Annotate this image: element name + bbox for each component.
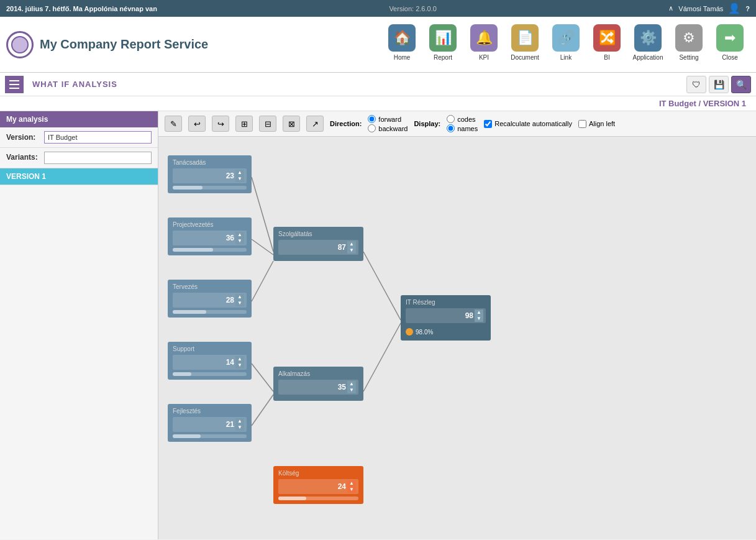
node-fejlesztés-slider[interactable] bbox=[173, 434, 247, 438]
node-költség-down[interactable]: ▼ bbox=[347, 487, 356, 493]
tool-export-btn[interactable]: ↗ bbox=[306, 116, 324, 132]
node-it-részleg: IT Részleg 98 ▲ ▼ 98.0% bbox=[401, 295, 491, 341]
node-költség-spinner[interactable]: ▲ ▼ bbox=[347, 480, 356, 493]
node-alkalmazás-down[interactable]: ▼ bbox=[347, 387, 356, 393]
display-names-radio[interactable] bbox=[447, 124, 455, 132]
node-projectvezetés-slider[interactable] bbox=[173, 248, 247, 252]
node-projectvezetés-up[interactable]: ▲ bbox=[235, 232, 244, 238]
node-tanácsadás-up[interactable]: ▲ bbox=[235, 170, 244, 176]
node-szolgáltatás-up[interactable]: ▲ bbox=[347, 241, 356, 247]
tool-grid2-btn[interactable]: ⊟ bbox=[259, 116, 276, 132]
nav-close[interactable]: ➡ Close bbox=[710, 22, 750, 63]
logo-inner bbox=[11, 36, 29, 53]
node-költség-up[interactable]: ▲ bbox=[347, 480, 356, 487]
toolbar-save-btn[interactable]: 💾 bbox=[709, 76, 729, 93]
nav-document[interactable]: 📄 Document bbox=[505, 22, 545, 63]
node-projectvezetés-down[interactable]: ▼ bbox=[235, 238, 244, 244]
node-tervezés-slider[interactable] bbox=[173, 310, 247, 314]
sidebar-header: My analysis bbox=[0, 111, 158, 127]
node-projectvezetés-spinner[interactable]: ▲ ▼ bbox=[235, 232, 244, 244]
display-names-label[interactable]: names bbox=[447, 124, 478, 132]
toolbar-shield-btn[interactable]: 🛡 bbox=[686, 76, 706, 93]
node-support-spinner[interactable]: ▲ ▼ bbox=[235, 356, 244, 368]
node-tervezés-value: 28 bbox=[175, 296, 234, 304]
minimize-icon[interactable]: ∧ bbox=[668, 4, 673, 12]
node-tanácsadás-slider[interactable] bbox=[173, 186, 247, 190]
node-tanácsadás-value: 23 bbox=[175, 172, 234, 180]
setting-icon: ⚙ bbox=[675, 24, 703, 52]
variants-field-label: Variants: bbox=[6, 153, 40, 162]
node-support-up[interactable]: ▲ bbox=[235, 356, 244, 362]
variants-input[interactable] bbox=[44, 152, 152, 164]
align-group: Align left bbox=[578, 120, 615, 128]
toolbar-search-btn[interactable]: 🔍 bbox=[731, 76, 751, 93]
version-input[interactable] bbox=[44, 131, 152, 144]
node-support-slider[interactable] bbox=[173, 372, 247, 376]
node-költség-title: Költség bbox=[278, 470, 358, 477]
node-szolgáltatás-value: 87 bbox=[281, 243, 346, 252]
tool-grid1-btn[interactable]: ⊞ bbox=[235, 116, 253, 132]
node-it-részleg-down[interactable]: ▼ bbox=[475, 316, 483, 322]
node-alkalmazás-spinner[interactable]: ▲ ▼ bbox=[347, 381, 356, 393]
node-tanácsadás-down[interactable]: ▼ bbox=[235, 176, 244, 182]
node-support-value-row: 14 ▲ ▼ bbox=[173, 355, 247, 370]
recalculate-checkbox[interactable] bbox=[484, 120, 492, 128]
node-alkalmazás-title: Alkalmazás bbox=[278, 370, 358, 377]
svg-rect-1 bbox=[9, 84, 19, 85]
node-tervezés-slider-fill bbox=[173, 310, 206, 314]
nav-report[interactable]: 📊 Report bbox=[423, 22, 463, 63]
tool-edit-btn[interactable]: ✎ bbox=[165, 116, 182, 132]
align-checkbox[interactable] bbox=[578, 120, 586, 128]
nav-setting[interactable]: ⚙ Setting bbox=[669, 22, 709, 63]
display-codes-label[interactable]: codes bbox=[447, 115, 478, 123]
display-codes-radio[interactable] bbox=[447, 115, 455, 123]
nav-bi[interactable]: 🔀 BI bbox=[587, 22, 627, 63]
node-fejlesztés-spinner[interactable]: ▲ ▼ bbox=[235, 418, 244, 431]
node-projectvezetés-slider-fill bbox=[173, 248, 213, 252]
node-tervezés-down[interactable]: ▼ bbox=[235, 300, 244, 306]
nav-home[interactable]: 🏠 Home bbox=[382, 22, 422, 63]
close-icon: ➡ bbox=[716, 24, 744, 52]
node-költség-slider[interactable] bbox=[278, 497, 358, 500]
direction-forward-label[interactable]: forward bbox=[368, 115, 408, 123]
display-group: codes names bbox=[447, 115, 478, 132]
sidebar-variants-field: Variants: bbox=[0, 148, 158, 168]
node-fejlesztés-value-row: 21 ▲ ▼ bbox=[173, 417, 247, 432]
direction-backward-radio[interactable] bbox=[368, 124, 376, 132]
help-icon[interactable]: ? bbox=[745, 5, 750, 12]
kpi-label: KPI bbox=[479, 54, 489, 61]
header: My Company Report Service 🏠 Home 📊 Repor… bbox=[0, 17, 756, 73]
node-tervezés-spinner[interactable]: ▲ ▼ bbox=[235, 294, 244, 306]
nav-application[interactable]: ⚙️ Application bbox=[628, 22, 668, 63]
node-it-részleg-value-row: 98 ▲ ▼ bbox=[406, 308, 486, 323]
direction-backward-label[interactable]: backward bbox=[368, 124, 408, 132]
node-support-down[interactable]: ▼ bbox=[235, 362, 244, 368]
node-szolgáltatás: Szolgáltatás 87 ▲ ▼ bbox=[273, 227, 363, 261]
node-support: Support 14 ▲ ▼ bbox=[168, 342, 252, 380]
tool-undo-btn[interactable]: ↩ bbox=[188, 116, 206, 132]
nav-link[interactable]: 🔗 Link bbox=[546, 22, 586, 63]
tool-redo-btn[interactable]: ↪ bbox=[212, 116, 229, 132]
nav-kpi[interactable]: 🔔 KPI bbox=[464, 22, 504, 63]
node-tervezés-up[interactable]: ▲ bbox=[235, 294, 244, 300]
node-szolgáltatás-down[interactable]: ▼ bbox=[347, 247, 356, 254]
sidebar-toggle[interactable] bbox=[5, 76, 24, 93]
node-it-részleg-up[interactable]: ▲ bbox=[475, 309, 483, 316]
node-költség: Költség 24 ▲ ▼ bbox=[273, 466, 363, 504]
breadcrumb: IT Budget / VERSION 1 bbox=[659, 99, 746, 108]
version-item[interactable]: VERSION 1 bbox=[0, 168, 158, 185]
node-tervezés: Tervezés 28 ▲ ▼ bbox=[168, 280, 252, 318]
recalculate-label: Recalculate automatically bbox=[494, 120, 572, 127]
app-title: My Company Report Service bbox=[40, 37, 208, 52]
node-szolgáltatás-spinner[interactable]: ▲ ▼ bbox=[347, 241, 356, 254]
node-fejlesztés-down[interactable]: ▼ bbox=[235, 424, 244, 431]
home-icon: 🏠 bbox=[388, 24, 416, 52]
node-it-részleg-spinner[interactable]: ▲ ▼ bbox=[475, 309, 483, 322]
node-tanácsadás: Tanácsadás 23 ▲ ▼ bbox=[168, 155, 252, 193]
node-tanácsadás-spinner[interactable]: ▲ ▼ bbox=[235, 170, 244, 182]
direction-forward-radio[interactable] bbox=[368, 115, 376, 123]
tool-grid3-btn[interactable]: ⊠ bbox=[283, 116, 300, 132]
node-fejlesztés-up[interactable]: ▲ bbox=[235, 418, 244, 424]
node-projectvezetés-value-row: 36 ▲ ▼ bbox=[173, 231, 247, 245]
node-alkalmazás-up[interactable]: ▲ bbox=[347, 381, 356, 387]
